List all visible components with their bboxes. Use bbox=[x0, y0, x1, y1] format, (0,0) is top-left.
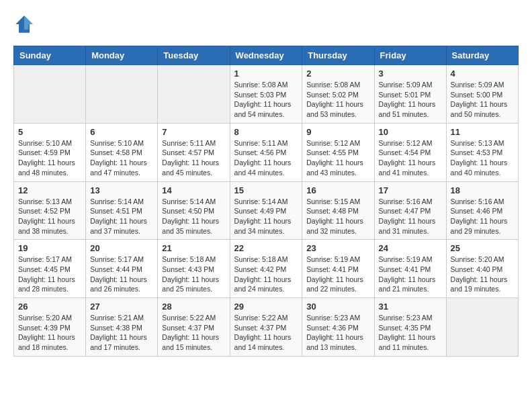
day-number: 22 bbox=[234, 243, 298, 253]
table-row: 12Sunrise: 5:13 AMSunset: 4:52 PMDayligh… bbox=[14, 181, 86, 240]
table-row: 18Sunrise: 5:16 AMSunset: 4:46 PMDayligh… bbox=[446, 181, 518, 240]
day-number: 1 bbox=[234, 68, 298, 79]
day-number: 6 bbox=[90, 127, 153, 137]
day-info: Sunrise: 5:19 AMSunset: 4:41 PMDaylight:… bbox=[379, 255, 442, 294]
day-number: 11 bbox=[451, 127, 514, 137]
day-info: Sunrise: 5:12 AMSunset: 4:54 PMDaylight:… bbox=[379, 138, 442, 178]
day-number: 19 bbox=[18, 243, 81, 253]
day-info: Sunrise: 5:22 AMSunset: 4:37 PMDaylight:… bbox=[162, 313, 225, 353]
day-info: Sunrise: 5:18 AMSunset: 4:43 PMDaylight:… bbox=[162, 255, 225, 294]
day-info: Sunrise: 5:14 AMSunset: 4:51 PMDaylight:… bbox=[90, 197, 153, 236]
day-info: Sunrise: 5:18 AMSunset: 4:42 PMDaylight:… bbox=[234, 255, 298, 294]
table-row: 25Sunrise: 5:20 AMSunset: 4:40 PMDayligh… bbox=[446, 240, 518, 298]
calendar-week-row: 26Sunrise: 5:20 AMSunset: 4:39 PMDayligh… bbox=[14, 298, 519, 357]
day-number: 18 bbox=[451, 185, 514, 195]
table-row: 11Sunrise: 5:13 AMSunset: 4:53 PMDayligh… bbox=[446, 123, 518, 181]
day-info: Sunrise: 5:14 AMSunset: 4:49 PMDaylight:… bbox=[234, 197, 298, 236]
day-info: Sunrise: 5:15 AMSunset: 4:48 PMDaylight:… bbox=[306, 197, 369, 236]
calendar-week-row: 19Sunrise: 5:17 AMSunset: 4:45 PMDayligh… bbox=[14, 240, 519, 298]
day-number: 5 bbox=[18, 127, 81, 137]
day-number: 9 bbox=[306, 127, 369, 137]
day-info: Sunrise: 5:21 AMSunset: 4:38 PMDaylight:… bbox=[90, 313, 153, 353]
day-info: Sunrise: 5:10 AMSunset: 4:58 PMDaylight:… bbox=[90, 138, 153, 178]
day-info: Sunrise: 5:22 AMSunset: 4:37 PMDaylight:… bbox=[234, 313, 298, 353]
table-row: 24Sunrise: 5:19 AMSunset: 4:41 PMDayligh… bbox=[374, 240, 446, 298]
day-number: 2 bbox=[306, 68, 369, 79]
day-number: 24 bbox=[379, 243, 442, 253]
day-info: Sunrise: 5:09 AMSunset: 5:00 PMDaylight:… bbox=[451, 80, 514, 120]
day-number: 26 bbox=[18, 302, 81, 312]
day-info: Sunrise: 5:14 AMSunset: 4:50 PMDaylight:… bbox=[162, 197, 225, 236]
day-info: Sunrise: 5:23 AMSunset: 4:36 PMDaylight:… bbox=[306, 313, 369, 353]
day-number: 21 bbox=[162, 243, 225, 253]
logo bbox=[13, 13, 38, 35]
col-header-wednesday: Wednesday bbox=[230, 46, 302, 65]
table-row: 27Sunrise: 5:21 AMSunset: 4:38 PMDayligh… bbox=[86, 298, 158, 357]
page-header bbox=[13, 13, 519, 35]
table-row: 2Sunrise: 5:08 AMSunset: 5:02 PMDaylight… bbox=[302, 65, 374, 124]
day-number: 7 bbox=[162, 127, 225, 137]
day-number: 3 bbox=[379, 68, 442, 79]
calendar-table: SundayMondayTuesdayWednesdayThursdayFrid… bbox=[13, 46, 519, 357]
day-info: Sunrise: 5:17 AMSunset: 4:44 PMDaylight:… bbox=[90, 255, 153, 294]
col-header-friday: Friday bbox=[374, 46, 446, 65]
table-row: 13Sunrise: 5:14 AMSunset: 4:51 PMDayligh… bbox=[86, 181, 158, 240]
table-row: 29Sunrise: 5:22 AMSunset: 4:37 PMDayligh… bbox=[230, 298, 302, 357]
day-number: 8 bbox=[234, 127, 298, 137]
day-number: 29 bbox=[234, 302, 298, 312]
day-info: Sunrise: 5:20 AMSunset: 4:40 PMDaylight:… bbox=[451, 255, 514, 294]
table-row: 22Sunrise: 5:18 AMSunset: 4:42 PMDayligh… bbox=[230, 240, 302, 298]
table-row bbox=[446, 298, 518, 357]
col-header-saturday: Saturday bbox=[446, 46, 518, 65]
day-number: 16 bbox=[306, 185, 369, 195]
day-number: 25 bbox=[451, 243, 514, 253]
day-number: 15 bbox=[234, 185, 298, 195]
table-row: 15Sunrise: 5:14 AMSunset: 4:49 PMDayligh… bbox=[230, 181, 302, 240]
day-number: 31 bbox=[379, 302, 442, 312]
table-row: 6Sunrise: 5:10 AMSunset: 4:58 PMDaylight… bbox=[86, 123, 158, 181]
table-row bbox=[14, 65, 86, 124]
day-number: 27 bbox=[90, 302, 153, 312]
calendar-week-row: 1Sunrise: 5:08 AMSunset: 5:03 PMDaylight… bbox=[14, 65, 519, 124]
day-info: Sunrise: 5:09 AMSunset: 5:01 PMDaylight:… bbox=[379, 80, 442, 120]
table-row: 20Sunrise: 5:17 AMSunset: 4:44 PMDayligh… bbox=[86, 240, 158, 298]
day-info: Sunrise: 5:10 AMSunset: 4:59 PMDaylight:… bbox=[18, 138, 81, 178]
table-row: 5Sunrise: 5:10 AMSunset: 4:59 PMDaylight… bbox=[14, 123, 86, 181]
day-info: Sunrise: 5:16 AMSunset: 4:46 PMDaylight:… bbox=[451, 197, 514, 236]
day-info: Sunrise: 5:16 AMSunset: 4:47 PMDaylight:… bbox=[379, 197, 442, 236]
day-number: 13 bbox=[90, 185, 153, 195]
table-row: 1Sunrise: 5:08 AMSunset: 5:03 PMDaylight… bbox=[230, 65, 302, 124]
col-header-thursday: Thursday bbox=[302, 46, 374, 65]
table-row bbox=[158, 65, 230, 124]
table-row: 30Sunrise: 5:23 AMSunset: 4:36 PMDayligh… bbox=[302, 298, 374, 357]
day-info: Sunrise: 5:20 AMSunset: 4:39 PMDaylight:… bbox=[18, 313, 81, 353]
day-info: Sunrise: 5:08 AMSunset: 5:03 PMDaylight:… bbox=[234, 80, 298, 120]
day-info: Sunrise: 5:17 AMSunset: 4:45 PMDaylight:… bbox=[18, 255, 81, 294]
col-header-monday: Monday bbox=[86, 46, 158, 65]
day-number: 10 bbox=[379, 127, 442, 137]
day-info: Sunrise: 5:12 AMSunset: 4:55 PMDaylight:… bbox=[306, 138, 369, 178]
table-row: 7Sunrise: 5:11 AMSunset: 4:57 PMDaylight… bbox=[158, 123, 230, 181]
table-row: 10Sunrise: 5:12 AMSunset: 4:54 PMDayligh… bbox=[374, 123, 446, 181]
day-number: 30 bbox=[306, 302, 369, 312]
table-row: 28Sunrise: 5:22 AMSunset: 4:37 PMDayligh… bbox=[158, 298, 230, 357]
day-number: 23 bbox=[306, 243, 369, 253]
table-row: 26Sunrise: 5:20 AMSunset: 4:39 PMDayligh… bbox=[14, 298, 86, 357]
table-row: 23Sunrise: 5:19 AMSunset: 4:41 PMDayligh… bbox=[302, 240, 374, 298]
table-row: 9Sunrise: 5:12 AMSunset: 4:55 PMDaylight… bbox=[302, 123, 374, 181]
table-row: 4Sunrise: 5:09 AMSunset: 5:00 PMDaylight… bbox=[446, 65, 518, 124]
table-row: 8Sunrise: 5:11 AMSunset: 4:56 PMDaylight… bbox=[230, 123, 302, 181]
table-row: 19Sunrise: 5:17 AMSunset: 4:45 PMDayligh… bbox=[14, 240, 86, 298]
col-header-tuesday: Tuesday bbox=[158, 46, 230, 65]
table-row: 31Sunrise: 5:23 AMSunset: 4:35 PMDayligh… bbox=[374, 298, 446, 357]
table-row: 17Sunrise: 5:16 AMSunset: 4:47 PMDayligh… bbox=[374, 181, 446, 240]
logo-icon bbox=[13, 13, 35, 35]
day-info: Sunrise: 5:08 AMSunset: 5:02 PMDaylight:… bbox=[306, 80, 369, 120]
calendar-header-row: SundayMondayTuesdayWednesdayThursdayFrid… bbox=[14, 46, 519, 65]
table-row bbox=[86, 65, 158, 124]
table-row: 3Sunrise: 5:09 AMSunset: 5:01 PMDaylight… bbox=[374, 65, 446, 124]
day-number: 17 bbox=[379, 185, 442, 195]
calendar-week-row: 12Sunrise: 5:13 AMSunset: 4:52 PMDayligh… bbox=[14, 181, 519, 240]
day-info: Sunrise: 5:13 AMSunset: 4:52 PMDaylight:… bbox=[18, 197, 81, 236]
col-header-sunday: Sunday bbox=[14, 46, 86, 65]
